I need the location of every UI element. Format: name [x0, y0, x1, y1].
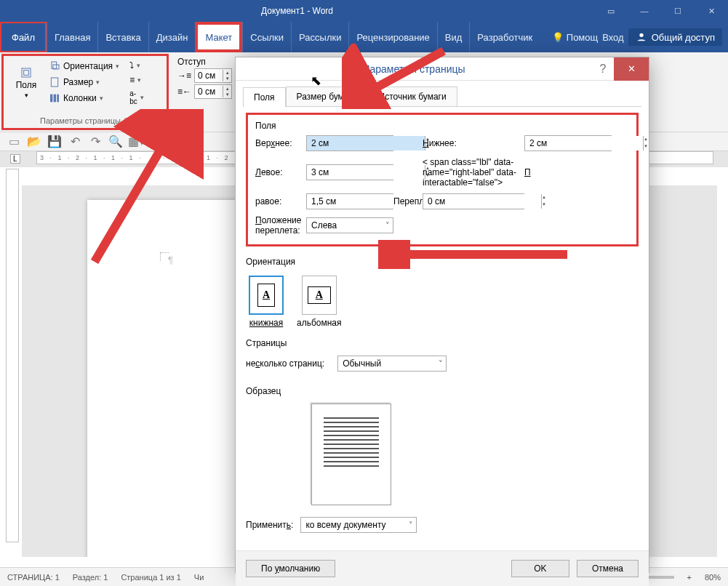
window-title: Документ1 - Word: [0, 6, 594, 16]
pages-section-label: Страницы: [246, 338, 639, 348]
gutter-pos-label: Положение переплета:: [255, 215, 306, 236]
columns-label: Колонки: [63, 93, 97, 103]
tell-me[interactable]: 💡 Помощ: [552, 32, 598, 43]
status-words[interactable]: Чи: [194, 573, 204, 582]
svg-rect-1: [22, 68, 31, 77]
top-label: Верхнее:: [255, 138, 306, 148]
tab-view[interactable]: Вид: [437, 22, 470, 52]
cancel-button[interactable]: Отмена: [577, 560, 639, 577]
landscape-option[interactable]: A альбомная: [297, 276, 342, 328]
tab-insert[interactable]: Вставка: [97, 22, 148, 52]
hyphenation-icon: a-bc: [129, 89, 137, 105]
default-button[interactable]: По умолчанию: [246, 560, 335, 577]
dialog-titlebar[interactable]: Параметры страницы ? ✕: [236, 57, 649, 81]
status-page-of[interactable]: Страница 1 из 1: [121, 573, 180, 582]
zoom-level[interactable]: 80%: [705, 573, 721, 582]
orientation-section-label: Ориентация: [246, 257, 639, 267]
multiple-pages-label: несколько страниц:: [246, 358, 324, 369]
size-button[interactable]: Размер: [46, 75, 122, 89]
left-input[interactable]: ▲▼: [306, 164, 393, 180]
svg-point-0: [639, 33, 643, 37]
indent-label: Отступ: [177, 57, 232, 67]
maximize-icon[interactable]: ☐: [661, 0, 695, 22]
undo-icon[interactable]: ↶: [68, 135, 81, 148]
dialog-help-icon[interactable]: ?: [592, 63, 614, 76]
breaks-button[interactable]: ⤵: [127, 59, 147, 72]
file-tab[interactable]: Файл: [0, 22, 47, 52]
hyphenation-button[interactable]: a-bc: [127, 88, 147, 107]
breaks-icon: ⤵: [129, 60, 134, 71]
sign-in[interactable]: Вход: [602, 32, 623, 43]
page-setup-label: Параметры страницы: [40, 116, 121, 125]
ribbon-options-icon[interactable]: ▭: [594, 0, 628, 22]
orientation-button[interactable]: Ориентация: [46, 59, 122, 73]
vertical-ruler[interactable]: [6, 169, 19, 542]
ok-button[interactable]: OK: [511, 560, 569, 577]
indent-left-icon: →≡: [177, 71, 191, 81]
svg-rect-5: [51, 78, 57, 87]
new-doc-icon[interactable]: ▭: [7, 135, 20, 148]
tab-fields[interactable]: Поля: [243, 87, 286, 107]
page-setup-dialog: Параметры страницы ? ✕ Поля Размер бумаг…: [235, 57, 649, 573]
cursor-icon: ⬉: [311, 73, 321, 89]
dialog-close-button[interactable]: ✕: [614, 57, 649, 81]
tab-layout[interactable]: Макет: [195, 22, 242, 52]
left-label: Левое:: [255, 167, 306, 177]
sample-label: Образец: [246, 386, 639, 396]
multiple-pages-value: Обычный: [343, 358, 381, 369]
margins-label: Поля: [16, 80, 37, 90]
redo-icon[interactable]: ↷: [89, 135, 102, 148]
tab-home[interactable]: Главная: [47, 22, 97, 52]
close-window-icon[interactable]: ✕: [695, 0, 728, 22]
landscape-label: альбомная: [297, 318, 342, 328]
table-icon[interactable]: ▦▾: [129, 135, 143, 148]
menu-bar: Файл Главная Вставка Дизайн Макет Ссылки…: [0, 22, 728, 52]
indent-group: Отступ →≡ ▲▼ ≡← ▲▼: [170, 52, 239, 132]
person-icon: [636, 31, 647, 43]
preview-icon[interactable]: 🔍: [109, 135, 122, 148]
portrait-option[interactable]: A книжная: [249, 276, 284, 328]
tab-paper-size[interactable]: Размер бумаги: [286, 87, 368, 106]
columns-button[interactable]: Колонки: [46, 91, 122, 105]
margins-fieldset: Поля Верхнее: ▲▼ Нижнее: ▲▼ Левое: ▲▼ < …: [246, 113, 639, 246]
line-numbers-button[interactable]: ≡: [127, 73, 147, 87]
tab-review[interactable]: Рецензирование: [348, 22, 436, 52]
status-page[interactable]: СТРАНИЦА: 1: [7, 573, 60, 582]
open-icon[interactable]: 📂: [28, 135, 41, 148]
tab-design[interactable]: Дизайн: [148, 22, 196, 52]
tab-references[interactable]: Ссылки: [242, 22, 291, 52]
orientation-icon: [49, 60, 60, 72]
apply-label: Применить:: [246, 520, 293, 530]
save-icon[interactable]: 💾: [48, 135, 61, 148]
page-setup-group: Поля▾ Ориентация Размер Колонки ⤵ ≡: [1, 54, 169, 130]
status-section[interactable]: Раздел: 1: [73, 573, 108, 582]
tab-mailings[interactable]: Рассылки: [291, 22, 348, 52]
gutter-pos-value: Слева: [311, 220, 337, 230]
tab-selector[interactable]: L: [10, 154, 20, 164]
apply-value: ко всему документу: [305, 520, 385, 530]
gutter-input[interactable]: ▲▼: [423, 193, 524, 209]
picture-icon[interactable]: 🖼: [150, 135, 163, 148]
minimize-icon[interactable]: —: [628, 0, 661, 22]
portrait-label: книжная: [249, 318, 283, 328]
multiple-pages-select[interactable]: Обычный: [337, 356, 447, 372]
margins-button[interactable]: Поля▾: [8, 59, 44, 107]
preview-page: [311, 404, 391, 505]
tab-paper-source[interactable]: Источник бумаги: [368, 87, 457, 106]
bottom-input[interactable]: ▲▼: [524, 135, 612, 151]
page-setup-launcher[interactable]: ◲: [124, 116, 130, 125]
right-input[interactable]: ▲▼: [306, 193, 393, 209]
dialog-title: Параметры страницы: [236, 63, 592, 75]
indent-right-icon: ≡←: [177, 87, 191, 97]
gutter-pos-select[interactable]: Слева: [306, 217, 393, 233]
tab-developer[interactable]: Разработчик: [469, 22, 540, 52]
zoom-in[interactable]: +: [687, 573, 692, 582]
indent-right-input[interactable]: ▲▼: [194, 84, 232, 99]
indent-left-input[interactable]: ▲▼: [194, 68, 232, 83]
top-input[interactable]: ▲▼: [306, 135, 393, 151]
size-label: Размер: [63, 77, 93, 87]
share-button[interactable]: Общий доступ: [628, 28, 722, 46]
margins-icon: [20, 67, 32, 79]
apply-select[interactable]: ко всему документу: [300, 517, 417, 533]
svg-rect-2: [24, 71, 29, 76]
